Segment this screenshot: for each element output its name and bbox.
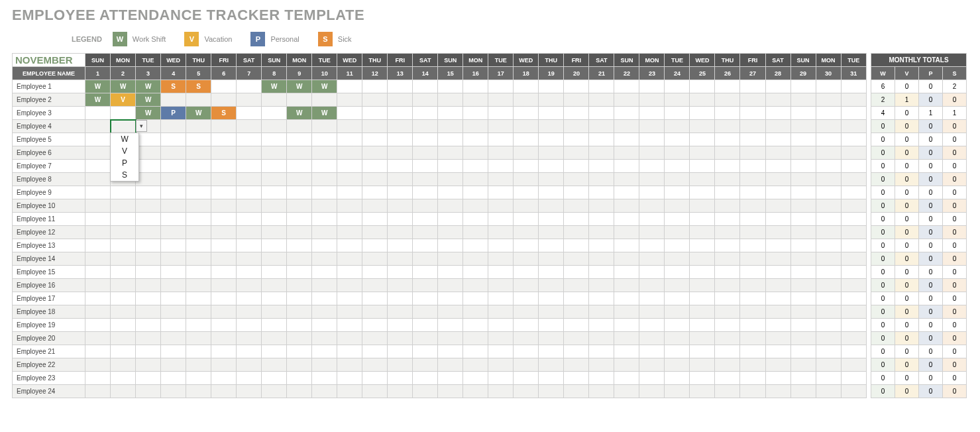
attendance-cell[interactable] bbox=[589, 199, 614, 213]
attendance-cell[interactable] bbox=[237, 173, 262, 186]
attendance-cell[interactable] bbox=[514, 146, 539, 160]
attendance-cell[interactable] bbox=[614, 173, 639, 186]
attendance-cell[interactable] bbox=[287, 305, 312, 319]
attendance-cell[interactable] bbox=[564, 345, 589, 358]
attendance-cell[interactable] bbox=[161, 279, 186, 292]
attendance-cell[interactable] bbox=[665, 213, 690, 226]
attendance-cell[interactable] bbox=[690, 93, 715, 107]
attendance-cell[interactable]: P bbox=[161, 107, 186, 120]
attendance-cell[interactable] bbox=[463, 239, 488, 252]
attendance-cell[interactable] bbox=[614, 239, 639, 252]
attendance-cell[interactable] bbox=[85, 173, 111, 186]
attendance-cell[interactable] bbox=[841, 186, 866, 199]
attendance-cell[interactable] bbox=[841, 385, 866, 398]
attendance-cell[interactable] bbox=[665, 173, 690, 186]
attendance-cell[interactable] bbox=[211, 80, 237, 93]
attendance-cell[interactable] bbox=[715, 120, 740, 133]
attendance-cell[interactable] bbox=[564, 146, 589, 160]
attendance-cell[interactable] bbox=[514, 213, 539, 226]
attendance-cell[interactable] bbox=[790, 372, 816, 385]
attendance-cell[interactable] bbox=[211, 332, 237, 345]
attendance-cell[interactable] bbox=[111, 239, 136, 252]
attendance-cell[interactable] bbox=[715, 358, 740, 372]
attendance-cell[interactable] bbox=[438, 199, 463, 213]
attendance-cell[interactable] bbox=[388, 160, 413, 173]
attendance-cell[interactable] bbox=[237, 199, 262, 213]
attendance-cell[interactable] bbox=[665, 186, 690, 199]
attendance-cell[interactable] bbox=[665, 266, 690, 279]
attendance-cell[interactable] bbox=[841, 80, 866, 93]
attendance-cell[interactable] bbox=[237, 345, 262, 358]
attendance-cell[interactable] bbox=[790, 385, 816, 398]
attendance-cell[interactable] bbox=[790, 93, 816, 107]
attendance-cell[interactable] bbox=[816, 319, 841, 332]
attendance-cell[interactable] bbox=[312, 226, 337, 239]
attendance-cell[interactable] bbox=[337, 133, 362, 146]
attendance-cell[interactable] bbox=[136, 160, 161, 173]
attendance-cell[interactable] bbox=[841, 239, 866, 252]
attendance-cell[interactable] bbox=[690, 252, 715, 266]
attendance-cell[interactable] bbox=[85, 305, 111, 319]
attendance-cell[interactable] bbox=[337, 358, 362, 372]
attendance-cell[interactable] bbox=[85, 345, 111, 358]
attendance-cell[interactable] bbox=[715, 199, 740, 213]
attendance-cell[interactable] bbox=[564, 332, 589, 345]
attendance-cell[interactable] bbox=[262, 305, 287, 319]
attendance-cell[interactable] bbox=[765, 107, 790, 120]
attendance-cell[interactable] bbox=[690, 133, 715, 146]
attendance-cell[interactable] bbox=[765, 279, 790, 292]
attendance-cell[interactable]: W bbox=[262, 80, 287, 93]
attendance-cell[interactable] bbox=[740, 80, 765, 93]
attendance-cell[interactable] bbox=[413, 332, 438, 345]
attendance-cell[interactable] bbox=[388, 213, 413, 226]
attendance-cell[interactable] bbox=[413, 372, 438, 385]
attendance-cell[interactable] bbox=[841, 93, 866, 107]
attendance-cell[interactable] bbox=[740, 199, 765, 213]
attendance-cell[interactable] bbox=[564, 266, 589, 279]
attendance-cell[interactable] bbox=[136, 332, 161, 345]
attendance-cell[interactable] bbox=[161, 120, 186, 133]
attendance-cell[interactable] bbox=[85, 120, 111, 133]
attendance-cell[interactable] bbox=[262, 146, 287, 160]
attendance-cell[interactable] bbox=[690, 279, 715, 292]
attendance-cell[interactable] bbox=[136, 266, 161, 279]
attendance-cell[interactable] bbox=[690, 372, 715, 385]
attendance-cell[interactable] bbox=[589, 93, 614, 107]
attendance-cell[interactable] bbox=[388, 292, 413, 305]
attendance-cell[interactable] bbox=[589, 385, 614, 398]
attendance-cell[interactable] bbox=[488, 385, 514, 398]
attendance-cell[interactable] bbox=[211, 385, 237, 398]
attendance-cell[interactable] bbox=[514, 186, 539, 199]
attendance-cell[interactable] bbox=[690, 107, 715, 120]
attendance-cell[interactable] bbox=[438, 319, 463, 332]
attendance-cell[interactable] bbox=[413, 146, 438, 160]
attendance-cell[interactable] bbox=[539, 239, 564, 252]
attendance-cell[interactable] bbox=[413, 239, 438, 252]
attendance-cell[interactable] bbox=[614, 372, 639, 385]
attendance-cell[interactable] bbox=[237, 186, 262, 199]
attendance-cell[interactable] bbox=[539, 107, 564, 120]
attendance-cell[interactable] bbox=[312, 173, 337, 186]
attendance-cell[interactable] bbox=[211, 133, 237, 146]
attendance-cell[interactable] bbox=[186, 252, 211, 266]
attendance-cell[interactable] bbox=[186, 120, 211, 133]
attendance-cell[interactable] bbox=[337, 199, 362, 213]
attendance-cell[interactable] bbox=[690, 239, 715, 252]
attendance-cell[interactable] bbox=[564, 160, 589, 173]
attendance-cell[interactable] bbox=[111, 319, 136, 332]
attendance-cell[interactable] bbox=[765, 120, 790, 133]
attendance-cell[interactable] bbox=[514, 107, 539, 120]
attendance-cell[interactable] bbox=[740, 252, 765, 266]
attendance-cell[interactable] bbox=[438, 146, 463, 160]
attendance-cell[interactable] bbox=[765, 160, 790, 173]
attendance-cell[interactable] bbox=[614, 160, 639, 173]
attendance-cell[interactable] bbox=[463, 292, 488, 305]
attendance-cell[interactable] bbox=[413, 385, 438, 398]
attendance-cell[interactable] bbox=[841, 133, 866, 146]
attendance-cell[interactable] bbox=[85, 226, 111, 239]
attendance-cell[interactable] bbox=[362, 146, 388, 160]
attendance-cell[interactable] bbox=[337, 292, 362, 305]
attendance-cell[interactable] bbox=[514, 332, 539, 345]
attendance-cell[interactable] bbox=[665, 226, 690, 239]
attendance-cell[interactable] bbox=[790, 292, 816, 305]
